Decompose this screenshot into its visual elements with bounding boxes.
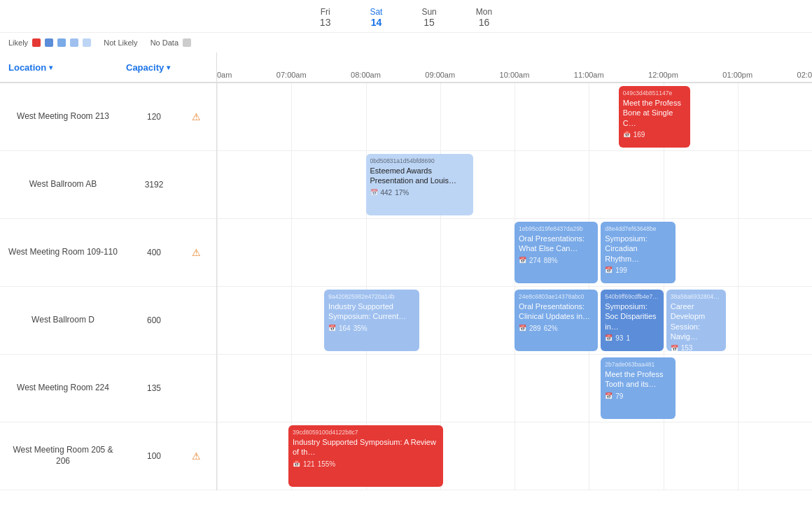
event-title-0: Meet the Profess Bone at Single C…: [623, 98, 686, 128]
event-card-3[interactable]: d8e4dd7ef63648be Symposium: Circadian Rh…: [601, 222, 675, 283]
not-likely-label: Not Likely: [104, 38, 137, 47]
location-label: Location: [8, 62, 46, 73]
event-footer-4: 📅 164 35%: [328, 325, 415, 332]
event-card-2[interactable]: 1eb95cd19fe8437da29b Oral Presentations:…: [514, 222, 598, 283]
event-card-7[interactable]: 38a58a6932804119 Career Developm Session…: [666, 290, 726, 351]
timeline-body: 049c3d4b851147e Meet the Profess Bone at…: [217, 83, 812, 490]
room-cap-0: 120: [126, 112, 182, 122]
no-data-label: No Data: [150, 38, 178, 47]
event-id-8: 2b7ade063baa481: [605, 361, 671, 368]
timeline-panel: 06:00am07:00am08:00am09:00am10:00am11:00…: [217, 52, 812, 490]
room-row-5: West Meeting Room 205 & 206 100 ⚠: [0, 422, 216, 490]
likely-swatch-blue1: [45, 38, 53, 47]
capacity-header[interactable]: Capacity ▾: [126, 62, 196, 73]
room-warn-0: ⚠: [182, 111, 210, 122]
cal-icon-4: 📅: [328, 325, 336, 332]
room-name-1: West Ballroom AB: [0, 179, 126, 190]
location-header[interactable]: Location ▾: [0, 62, 126, 73]
timeline-row-0: 049c3d4b851147e Meet the Profess Bone at…: [217, 83, 812, 151]
event-count-9: 121: [303, 460, 315, 468]
likely-label: Likely: [8, 38, 28, 47]
room-name-0: West Meeting Room 213: [0, 111, 126, 122]
event-title-1: Esteemed Awards Presentation and Louis…: [370, 166, 469, 186]
left-panel: Location ▾ Capacity ▾ West Meeting Room …: [0, 52, 217, 490]
time-label-0: 06:00am: [217, 71, 232, 79]
column-headers: Location ▾ Capacity ▾: [0, 52, 216, 83]
event-footer-9: 📅 121 155%: [293, 460, 439, 468]
event-footer-2: 📅 274 88%: [519, 257, 594, 264]
time-label-8: 02:00pm: [797, 71, 812, 79]
time-label-7: 01:00pm: [722, 71, 752, 79]
timeline-row-3: 9a420825982e4720a14b Industry Supported …: [217, 287, 812, 355]
location-filter-icon[interactable]: ▾: [49, 64, 52, 71]
event-pct-6: 1: [626, 334, 630, 342]
event-count-7: 153: [681, 344, 693, 351]
event-footer-5: 📅 289 62%: [519, 325, 594, 332]
event-count-3: 199: [615, 266, 627, 274]
room-cap-2: 400: [126, 248, 182, 257]
room-cap-1: 3192: [126, 180, 182, 190]
room-list: West Meeting Room 213 120 ⚠ West Ballroo…: [0, 83, 216, 490]
event-card-0[interactable]: 049c3d4b851147e Meet the Profess Bone at…: [619, 86, 690, 148]
room-warn-5: ⚠: [182, 450, 210, 462]
event-pct-9: 155%: [318, 460, 336, 468]
cal-icon-2: 📅: [519, 257, 526, 264]
top-nav: Fri13Sat14Sun15Mon16: [0, 0, 812, 33]
event-card-8[interactable]: 2b7ade063baa481 Meet the Profess Tooth a…: [601, 357, 675, 419]
event-title-4: Industry Supported Symposium: Current…: [328, 301, 415, 322]
room-row-1: West Ballroom AB 3192: [0, 151, 216, 219]
event-card-6[interactable]: 540b9ff69cdfb4e7b6 Symposium: Soc Dispar…: [601, 290, 663, 351]
event-footer-0: 📅 169: [623, 131, 686, 138]
cal-icon-9: 📅: [293, 460, 300, 467]
event-id-2: 1eb95cd19fe8437da29b: [519, 225, 594, 232]
event-card-5[interactable]: 24e8c6803ae14378abc0 Oral Presentations:…: [514, 290, 598, 351]
day-fri[interactable]: Fri13: [314, 6, 337, 29]
day-mon[interactable]: Mon16: [470, 6, 498, 29]
event-footer-8: 📅 79: [605, 392, 671, 400]
event-count-4: 164: [339, 325, 351, 332]
room-cap-5: 100: [126, 451, 182, 461]
timeline-row-2: 1eb95cd19fe8437da29b Oral Presentations:…: [217, 219, 812, 287]
event-title-6: Symposium: Soc Disparities in…: [605, 301, 659, 332]
event-footer-1: 📅 442 17%: [370, 189, 469, 197]
day-sun[interactable]: Sun15: [416, 6, 442, 29]
event-count-2: 274: [529, 257, 541, 264]
room-row-4: West Meeting Room 224 135: [0, 355, 216, 422]
capacity-filter-icon[interactable]: ▾: [167, 64, 170, 71]
likely-swatch-blue4: [83, 38, 91, 47]
event-footer-7: 📅 153: [671, 344, 722, 351]
cal-icon-1: 📅: [370, 189, 378, 196]
event-title-2: Oral Presentations: What Else Can…: [519, 234, 594, 254]
event-card-1[interactable]: 0bd50831a1d54bfd8690 Esteemed Awards Pre…: [366, 154, 473, 215]
event-card-9[interactable]: 39cd8059100d4122b8c7 Industry Supported …: [288, 425, 443, 487]
cal-icon-5: 📅: [519, 325, 526, 332]
day-sat[interactable]: Sat14: [364, 6, 388, 29]
event-count-5: 289: [529, 325, 541, 332]
event-pct-1: 17%: [395, 189, 409, 197]
event-count-6: 93: [615, 334, 623, 342]
event-pct-5: 62%: [544, 325, 558, 332]
event-count-1: 442: [381, 189, 393, 197]
event-count-8: 79: [615, 392, 623, 400]
room-row-0: West Meeting Room 213 120 ⚠: [0, 83, 216, 151]
event-id-5: 24e8c6803ae14378abc0: [519, 293, 594, 300]
event-title-7: Career Developm Session: Navig…: [671, 301, 722, 341]
event-id-4: 9a420825982e4720a14b: [328, 293, 415, 300]
likely-swatch-red: [32, 38, 41, 47]
capacity-label: Capacity: [126, 62, 164, 73]
room-name-2: West Meeting Room 109-110: [0, 247, 126, 258]
cal-icon-0: 📅: [623, 131, 631, 138]
event-card-4[interactable]: 9a420825982e4720a14b Industry Supported …: [324, 290, 419, 351]
event-id-1: 0bd50831a1d54bfd8690: [370, 157, 469, 164]
event-title-9: Industry Supported Symposium: A Review o…: [293, 437, 439, 457]
room-name-4: West Meeting Room 224: [0, 383, 126, 394]
room-cap-4: 135: [126, 383, 182, 393]
event-id-0: 049c3d4b851147e: [623, 90, 686, 97]
event-footer-6: 📅 93 1: [605, 334, 659, 342]
cal-icon-8: 📅: [605, 392, 612, 399]
event-id-9: 39cd8059100d4122b8c7: [293, 429, 439, 436]
time-label-1: 07:00am: [276, 71, 307, 79]
likely-swatch-blue3: [70, 38, 78, 47]
room-row-3: West Ballroom D 600: [0, 287, 216, 355]
room-row-2: West Meeting Room 109-110 400 ⚠: [0, 219, 216, 287]
